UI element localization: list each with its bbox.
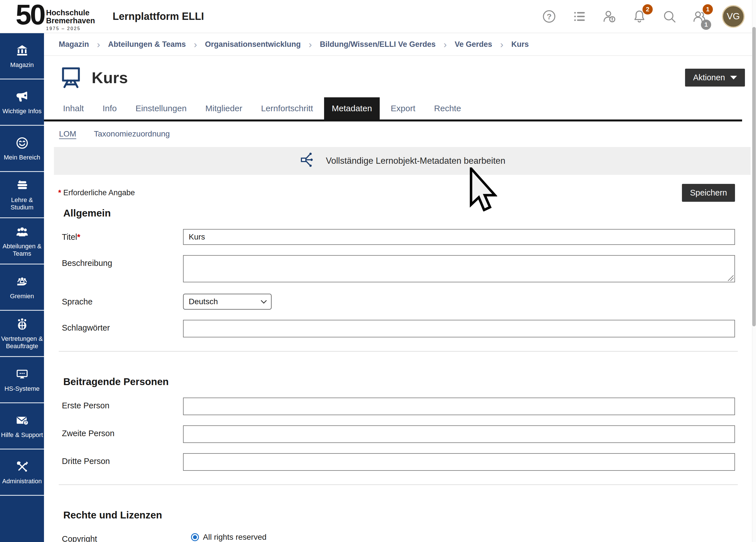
tab-metadaten[interactable]: Metadaten xyxy=(324,97,380,119)
contacts-badge-new: 1 xyxy=(703,4,713,14)
field-label: Erste Person xyxy=(62,398,183,410)
sidebar-item-administration[interactable]: Administration xyxy=(0,449,44,496)
sidebar-item-hs-systeme[interactable]: HS-Systeme xyxy=(0,357,44,403)
tab-mitglieder[interactable]: Mitglieder xyxy=(198,97,250,119)
edit-full-metadata-link[interactable]: Vollständige Lernobjekt-Metadaten bearbe… xyxy=(54,147,751,175)
breadcrumb: Magazin › Abteilungen & Teams › Organisa… xyxy=(44,33,752,56)
sidebar-item-mein-bereich[interactable]: Mein Bereich xyxy=(0,126,44,172)
section-title-beitragende: Beitragende Personen xyxy=(63,376,752,387)
chevron-right-icon: › xyxy=(97,39,100,50)
tools-icon xyxy=(15,460,29,475)
edit-full-metadata-label: Vollständige Lernobjekt-Metadaten bearbe… xyxy=(326,156,505,166)
subtab-taxonomiezuordnung[interactable]: Taxonomiezuordnung xyxy=(94,129,170,138)
save-button[interactable]: Speichern xyxy=(682,184,735,202)
user-status-icon[interactable] xyxy=(602,9,617,24)
help-icon[interactable]: ? xyxy=(541,9,557,24)
header-icon-group: ? 2 1 1 VG xyxy=(541,5,745,28)
top-header-bar: 50 Hochschule Bremerhaven 1975 – 2025 Le… xyxy=(0,0,756,33)
caret-down-icon xyxy=(730,76,737,79)
contacts-icon[interactable]: 1 1 xyxy=(692,9,707,24)
chevron-right-icon: › xyxy=(194,39,197,50)
university-logo[interactable]: 50 Hochschule Bremerhaven 1975 – 2025 xyxy=(16,1,95,31)
breadcrumb-current[interactable]: Kurs xyxy=(511,40,529,49)
course-board-icon xyxy=(59,64,83,91)
sidebar-item-abteilungen-teams[interactable]: Abteilungen & Teams xyxy=(0,218,44,264)
globe-people-icon xyxy=(15,317,29,333)
breadcrumb-link[interactable]: Magazin xyxy=(59,40,89,49)
required-note: * Erforderliche Angabe xyxy=(58,188,135,197)
chevron-right-icon: › xyxy=(444,39,447,50)
radio-label: All rights reserved xyxy=(203,533,266,542)
subtab-bar: LOM Taxonomiezuordnung xyxy=(44,121,752,138)
field-label: Zweite Person xyxy=(62,425,183,438)
sidebar-item-gremien[interactable]: Gremien xyxy=(0,264,44,311)
titel-input[interactable] xyxy=(183,229,735,245)
actions-button[interactable]: Aktionen xyxy=(685,69,745,87)
megaphone-icon xyxy=(15,90,29,105)
monitor-icon xyxy=(15,367,29,383)
form-header: * Erforderliche Angabe Speichern xyxy=(44,175,752,202)
app-window: 50 Hochschule Bremerhaven 1975 – 2025 Le… xyxy=(0,0,756,542)
bank-icon xyxy=(15,43,29,59)
field-label: Titel* xyxy=(62,229,183,242)
svg-text:?: ? xyxy=(25,421,27,425)
sidebar-item-hilfe-support[interactable]: ? Hilfe & Support xyxy=(0,403,44,449)
mail-question-icon: ? xyxy=(15,413,29,429)
sprache-select[interactable]: Deutsch xyxy=(183,294,272,310)
logo-name-line1: Hochschule xyxy=(46,9,95,17)
sidebar-item-magazin[interactable]: Magazin xyxy=(0,33,44,79)
sidebar-item-wichtige-infos[interactable]: Wichtige Infos xyxy=(0,79,44,126)
beschreibung-textarea[interactable] xyxy=(183,255,735,282)
section-title-rechte-lizenzen: Rechte und Lizenzen xyxy=(63,509,752,521)
form-row-titel: Titel* xyxy=(44,229,752,245)
zweite-person-input[interactable] xyxy=(183,425,735,443)
required-asterisk: * xyxy=(77,232,80,241)
chevron-down-icon xyxy=(261,297,267,303)
tab-einstellungen[interactable]: Einstellungen xyxy=(128,97,194,119)
section-divider xyxy=(59,351,738,352)
committee-icon xyxy=(15,275,29,290)
scrollbar-track xyxy=(752,0,756,542)
chevron-right-icon: › xyxy=(309,39,312,50)
section-title-allgemein: Allgemein xyxy=(63,207,752,219)
sidebar-item-lehre-studium[interactable]: Lehre & Studium xyxy=(0,172,44,218)
erste-person-input[interactable] xyxy=(183,398,735,415)
smiley-icon xyxy=(15,136,29,151)
tab-lernfortschritt[interactable]: Lernfortschritt xyxy=(253,97,321,119)
radio-selected[interactable] xyxy=(191,533,199,541)
sidebar-item-vertretungen-beauftragte[interactable]: Vertretungen & Beauftragte xyxy=(0,311,44,357)
books-icon xyxy=(15,178,29,194)
form-row-zweite-person: Zweite Person xyxy=(44,425,752,443)
form-row-dritte-person: Dritte Person xyxy=(44,453,752,471)
field-label: Copyright xyxy=(62,531,183,542)
scrollbar-thumb[interactable] xyxy=(752,27,756,326)
form-row-schlagwoerter: Schlagwörter xyxy=(44,320,752,337)
bell-icon[interactable]: 2 xyxy=(632,9,647,24)
required-asterisk: * xyxy=(58,188,61,197)
form-row-sprache: Sprache Deutsch xyxy=(44,294,752,310)
dritte-person-input[interactable] xyxy=(183,453,735,471)
chevron-right-icon: › xyxy=(500,39,503,50)
breadcrumb-link[interactable]: Abteilungen & Teams xyxy=(108,40,186,49)
avatar[interactable]: VG xyxy=(722,5,745,28)
list-icon[interactable] xyxy=(572,9,587,24)
tab-inhalt[interactable]: Inhalt xyxy=(55,97,91,119)
hub-icon xyxy=(299,151,318,171)
subtab-lom[interactable]: LOM xyxy=(59,129,76,138)
schlagwoerter-input[interactable] xyxy=(183,320,735,337)
tab-info[interactable]: Info xyxy=(95,97,124,119)
main-content: Magazin › Abteilungen & Teams › Organisa… xyxy=(44,33,752,542)
field-label: Sprache xyxy=(62,294,183,306)
form-row-erste-person: Erste Person xyxy=(44,398,752,415)
tab-export[interactable]: Export xyxy=(383,97,423,119)
section-divider xyxy=(59,484,738,485)
form-row-copyright: Copyright All rights reserved xyxy=(44,531,752,542)
page-title: Kurs xyxy=(92,68,128,87)
breadcrumb-link[interactable]: Organisationsentwicklung xyxy=(205,40,301,49)
tab-rechte[interactable]: Rechte xyxy=(427,97,469,119)
search-icon[interactable] xyxy=(662,9,677,24)
main-sidebar: Magazin Wichtige Infos Mein Bereich Lehr… xyxy=(0,33,44,542)
copyright-radio-group: All rights reserved xyxy=(183,531,735,542)
breadcrumb-link[interactable]: Ve Gerdes xyxy=(455,40,492,49)
breadcrumb-link[interactable]: Bildung/Wissen/ELLI Ve Gerdes xyxy=(320,40,436,49)
